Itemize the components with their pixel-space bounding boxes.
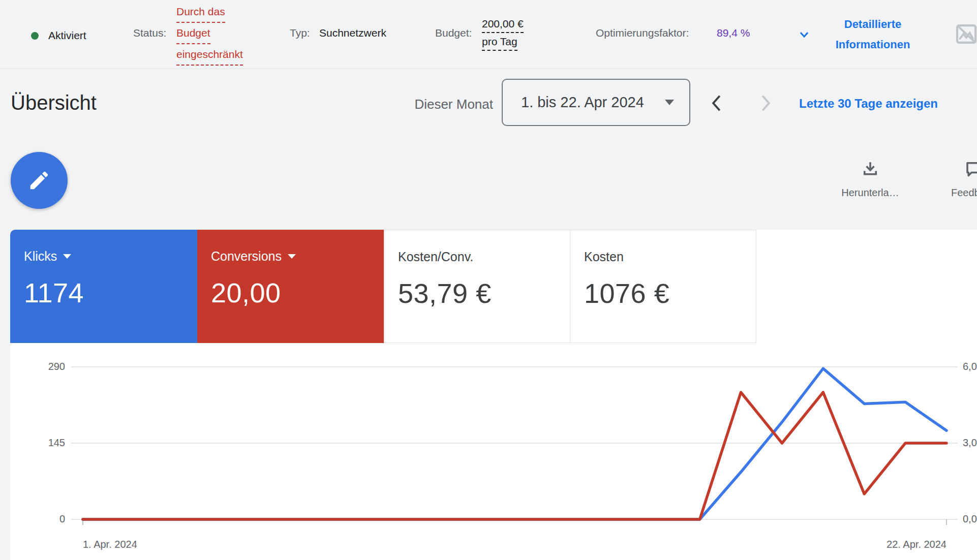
budget-value-link[interactable]: 200,00 € pro Tag bbox=[482, 15, 524, 51]
chevron-right-icon bbox=[755, 92, 775, 114]
download-icon bbox=[861, 160, 879, 178]
left-axis-tick-145: 145 bbox=[30, 437, 65, 449]
right-axis-tick-6: 6,00 bbox=[963, 361, 977, 372]
detailed-information-link[interactable]: Detaillierte Informationen bbox=[825, 14, 921, 55]
previous-period-button[interactable] bbox=[708, 92, 727, 116]
feedback-icon bbox=[964, 160, 977, 178]
right-axis-tick-0: 0,00 bbox=[963, 513, 977, 525]
details-line-1[interactable]: Detaillierte bbox=[844, 14, 902, 35]
optimization-label: Optimierungsfaktor: bbox=[596, 27, 689, 39]
metric-value: 53,79 € bbox=[398, 277, 570, 309]
metric-label: Klicks bbox=[24, 249, 57, 264]
metric-value: 20,00 bbox=[211, 277, 384, 308]
next-period-button-disabled[interactable] bbox=[755, 92, 775, 116]
edit-button[interactable] bbox=[11, 152, 68, 209]
type-value: Suchnetzwerk bbox=[319, 27, 386, 39]
feedback-button[interactable]: Feedback bbox=[964, 160, 977, 199]
x-axis-label-last: 22. Apr. 2024 bbox=[835, 539, 947, 550]
campaign-state-label: Aktiviert bbox=[48, 29, 86, 42]
status-line-1[interactable]: Durch das bbox=[176, 2, 225, 23]
image-disabled-button[interactable] bbox=[953, 20, 977, 50]
status-limited-by-budget-link[interactable]: Durch das Budget eingeschränkt bbox=[176, 2, 243, 66]
page-title: Übersicht bbox=[11, 91, 97, 114]
metric-label: Kosten bbox=[584, 250, 624, 264]
status-label: Status: bbox=[133, 27, 166, 39]
chevron-left-icon bbox=[708, 92, 727, 114]
metric-card-kosten[interactable]: Kosten 1076 € bbox=[570, 230, 756, 343]
period-label: Dieser Monat bbox=[402, 97, 493, 112]
triangle-down-icon bbox=[665, 100, 674, 105]
download-button[interactable]: Herunterla… bbox=[829, 160, 912, 199]
enabled-dot-icon bbox=[31, 32, 39, 40]
budget-line-1[interactable]: 200,00 € bbox=[482, 15, 524, 33]
budget-line-2[interactable]: pro Tag bbox=[482, 33, 517, 51]
budget-label: Budget: bbox=[435, 27, 472, 39]
status-line-2[interactable]: Budget bbox=[176, 23, 210, 44]
show-last-30-days-link[interactable]: Letzte 30 Tage anzeigen bbox=[799, 97, 938, 111]
metric-card-kosten-conv[interactable]: Kosten/Conv. 53,79 € bbox=[384, 230, 570, 343]
date-range-picker[interactable]: 1. bis 22. Apr 2024 bbox=[502, 79, 690, 126]
right-axis-tick-3: 3,00 bbox=[963, 437, 977, 449]
date-range-value: 1. bis 22. Apr 2024 bbox=[521, 94, 665, 111]
left-axis-tick-290: 290 bbox=[30, 361, 65, 372]
metric-card-klicks[interactable]: Klicks 1174 bbox=[10, 230, 197, 343]
triangle-down-icon[interactable] bbox=[288, 254, 296, 259]
campaign-status-bar: Aktiviert Status: Durch das Budget einge… bbox=[0, 0, 977, 69]
metric-label: Kosten/Conv. bbox=[398, 250, 473, 264]
feedback-label: Feedback bbox=[951, 187, 977, 199]
expand-details-button[interactable] bbox=[796, 25, 813, 45]
triangle-down-icon[interactable] bbox=[63, 254, 71, 259]
download-label: Herunterla… bbox=[829, 187, 912, 199]
metric-value: 1076 € bbox=[584, 277, 756, 309]
type-label: Typ: bbox=[290, 27, 310, 39]
status-line-3[interactable]: eingeschränkt bbox=[176, 44, 243, 66]
pencil-icon bbox=[27, 169, 51, 192]
metric-label: Conversions bbox=[211, 249, 282, 264]
x-axis-label-first: 1. Apr. 2024 bbox=[83, 539, 137, 550]
metric-value: 1174 bbox=[24, 277, 197, 308]
campaign-state: Aktiviert bbox=[31, 29, 86, 42]
metric-card-conversions[interactable]: Conversions 20,00 bbox=[197, 230, 384, 343]
optimization-value[interactable]: 89,4 % bbox=[717, 27, 750, 39]
chevron-down-icon bbox=[796, 25, 813, 43]
details-line-2[interactable]: Informationen bbox=[836, 35, 910, 55]
image-disabled-icon bbox=[953, 20, 977, 48]
left-axis-tick-0: 0 bbox=[30, 513, 65, 525]
